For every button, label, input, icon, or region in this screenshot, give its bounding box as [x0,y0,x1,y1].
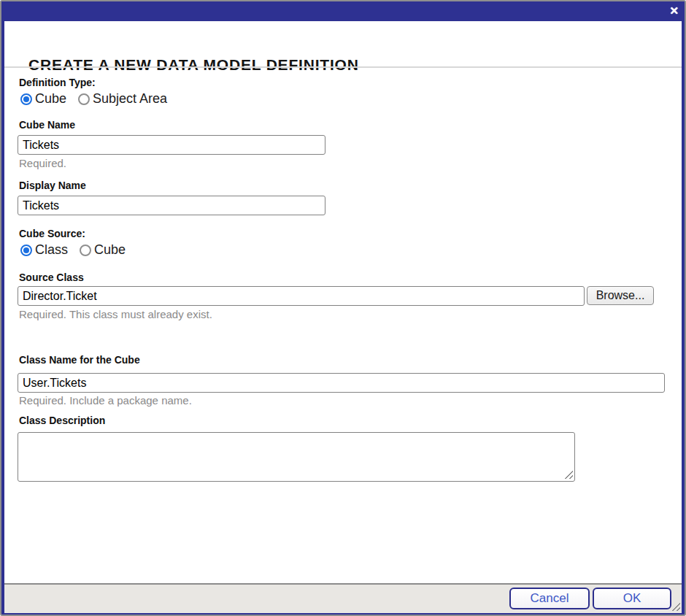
cube-name-input[interactable] [18,135,325,155]
cube-name-label: Cube Name [19,119,75,131]
radio-cube-source-cube-label[interactable]: Cube [94,242,126,258]
radio-definition-type-cube[interactable] [20,93,32,105]
radio-definition-type-subject-area-label[interactable]: Subject Area [93,91,167,107]
dialog-window: ✕ CREATE A NEW DATA MODEL DEFINITION Def… [0,0,686,616]
browse-button[interactable]: Browse... [587,286,654,305]
class-name-label: Class Name for the Cube [19,354,140,366]
cube-name-hint: Required. [19,157,66,169]
definition-type-label: Definition Type: [19,77,96,88]
class-name-input[interactable] [18,373,665,393]
cancel-button[interactable]: Cancel [509,588,590,609]
ok-button[interactable]: OK [593,588,671,609]
radio-cube-source-cube[interactable] [80,245,91,256]
dialog-title: CREATE A NEW DATA MODEL DEFINITION [28,56,359,74]
class-description-textarea[interactable] [18,432,575,482]
definition-type-radio-group: Cube Subject Area [20,91,176,107]
radio-definition-type-cube-label[interactable]: Cube [35,91,66,107]
cube-source-radio-group: Class Cube [20,242,134,258]
source-class-label: Source Class [19,272,84,283]
radio-cube-source-class[interactable] [20,245,32,256]
radio-cube-source-class-label[interactable]: Class [35,242,68,258]
class-description-label: Class Description [19,415,105,426]
radio-definition-type-subject-area[interactable] [78,93,90,105]
display-name-input[interactable] [18,196,325,215]
display-name-label: Display Name [19,180,86,191]
dialog-titlebar: ✕ [1,1,685,21]
class-name-hint: Required. Include a package name. [19,394,192,407]
header-divider [4,66,682,68]
cube-source-label: Cube Source: [19,228,85,239]
source-class-input[interactable] [18,286,585,306]
source-class-hint: Required. This class must already exist. [19,308,212,320]
close-icon[interactable]: ✕ [669,4,679,18]
